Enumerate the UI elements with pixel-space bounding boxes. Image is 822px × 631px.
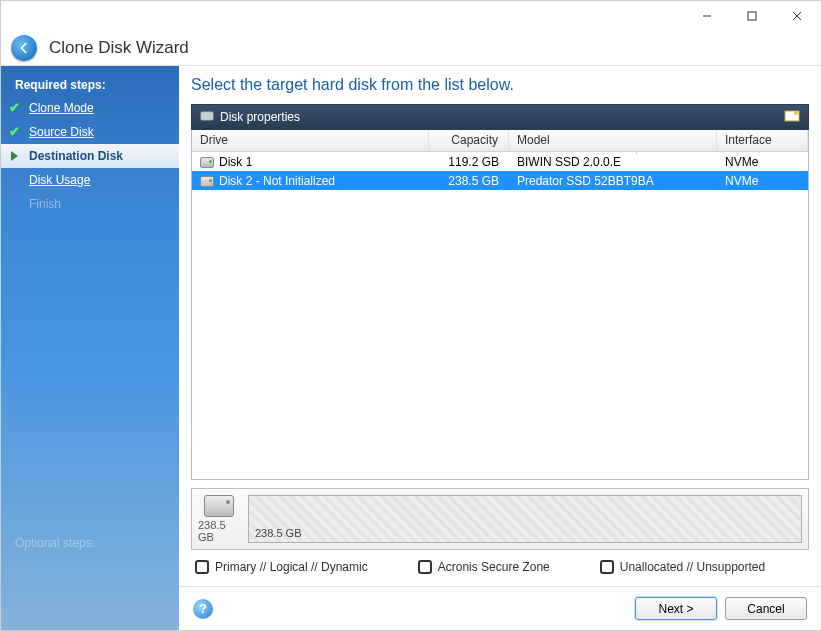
table-row[interactable]: Disk 1 119.2 GB BIWIN SSD 2.0.0.E NVMe	[192, 152, 808, 171]
disk-table: Drive Capacity Model Interface Window Sn…	[191, 130, 809, 480]
sidebar-optional-label: Optional steps:	[15, 536, 95, 550]
legend-swatch-blue	[418, 560, 432, 574]
table-header: Drive Capacity Model Interface	[192, 130, 808, 152]
legend-secure-zone: Acronis Secure Zone	[418, 560, 550, 574]
step-clone-mode[interactable]: ✔Clone Mode	[1, 96, 179, 120]
panel-title: Disk properties	[220, 110, 300, 124]
wizard-footer: ? Next > Cancel	[179, 586, 821, 630]
col-interface[interactable]: Interface	[717, 130, 808, 151]
page-instruction: Select the target hard disk from the lis…	[191, 76, 809, 94]
legend-unallocated: Unallocated // Unsupported	[600, 560, 765, 574]
svg-rect-4	[201, 112, 213, 120]
svg-rect-1	[748, 12, 756, 20]
maximize-button[interactable]	[729, 2, 774, 30]
col-drive[interactable]: Drive	[192, 130, 429, 151]
wizard-header: Clone Disk Wizard	[1, 31, 821, 66]
legend-swatch-hatch	[600, 560, 614, 574]
sidebar-section-title: Required steps:	[1, 72, 179, 96]
help-button[interactable]: ?	[193, 599, 213, 619]
columns-chooser-icon[interactable]	[784, 109, 800, 126]
close-button[interactable]	[774, 2, 819, 30]
hdd-icon	[200, 176, 214, 187]
disk-map-segment[interactable]: 238.5 GB	[248, 495, 802, 543]
col-model[interactable]: Model	[509, 130, 717, 151]
legend-swatch-green	[195, 560, 209, 574]
next-button[interactable]: Next >	[635, 597, 717, 620]
check-icon: ✔	[9, 124, 20, 139]
legend-primary: Primary // Logical // Dynamic	[195, 560, 368, 574]
back-button[interactable]	[11, 35, 37, 61]
disk-map: 238.5 GB 238.5 GB	[191, 488, 809, 550]
wizard-sidebar: Required steps: ✔Clone Mode ✔Source Disk…	[1, 66, 179, 630]
disk-icon	[200, 110, 214, 125]
col-capacity[interactable]: Capacity	[429, 130, 509, 151]
step-finish: Finish	[1, 192, 179, 216]
step-destination-disk[interactable]: Destination Disk	[1, 144, 179, 168]
check-icon: ✔	[9, 100, 20, 115]
disk-properties-header: Disk properties	[191, 104, 809, 130]
hdd-icon	[204, 495, 234, 517]
disk-map-icon: 238.5 GB	[198, 495, 240, 543]
wizard-content: Select the target hard disk from the lis…	[179, 66, 821, 630]
cancel-button[interactable]: Cancel	[725, 597, 807, 620]
table-row[interactable]: Disk 2 - Not Initialized 238.5 GB Predat…	[192, 171, 808, 190]
svg-point-7	[794, 111, 798, 115]
step-source-disk[interactable]: ✔Source Disk	[1, 120, 179, 144]
legend: Primary // Logical // Dynamic Acronis Se…	[191, 550, 809, 580]
wizard-title: Clone Disk Wizard	[49, 38, 189, 58]
step-disk-usage[interactable]: Disk Usage	[1, 168, 179, 192]
window-titlebar	[1, 1, 821, 31]
hdd-icon	[200, 157, 214, 168]
minimize-button[interactable]	[684, 2, 729, 30]
